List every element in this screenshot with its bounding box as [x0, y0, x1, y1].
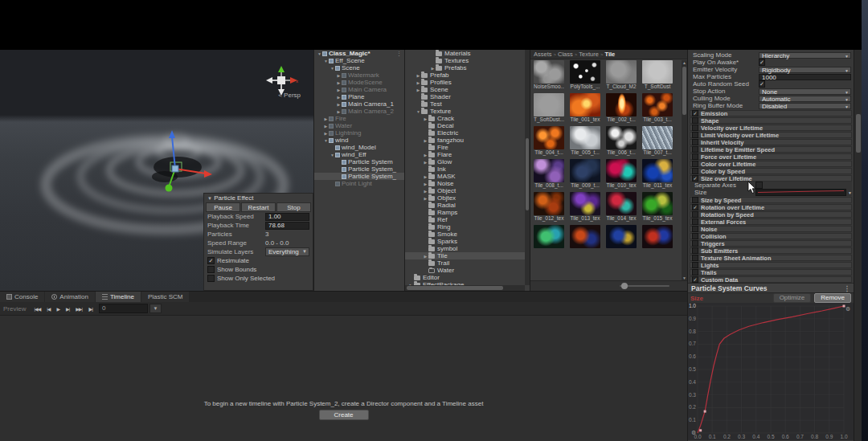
project-folder-materials[interactable]: Materials [405, 50, 530, 57]
project-folder-scene[interactable]: ▶Scene [405, 86, 530, 93]
asset-item[interactable]: Tile_001_tex [570, 93, 600, 123]
foldout-arrow-icon[interactable]: ▶ [416, 80, 421, 85]
asset-item[interactable] [642, 225, 673, 255]
asset-thumbnail[interactable] [642, 93, 673, 116]
project-horizontal-scrollbar[interactable] [405, 285, 525, 291]
hierarchy-item-modescene[interactable]: ▶ModeScene [314, 79, 404, 86]
foldout-arrow-icon[interactable]: ▶ [336, 102, 342, 107]
project-folder-ink[interactable]: Ink [405, 165, 530, 173]
foldout-arrow-icon[interactable]: ▶ [416, 88, 421, 92]
asset-item[interactable] [534, 225, 564, 255]
project-folder-fangzhou[interactable]: ▶fangzhou [405, 137, 530, 144]
create-button[interactable]: Create [318, 410, 368, 420]
module-collision[interactable]: Collision [690, 233, 852, 239]
asset-item[interactable]: T_SoftDust... [534, 93, 564, 123]
foldout-arrow-icon[interactable]: ▼ [330, 66, 335, 71]
project-folder-prefabs[interactable]: ▶Prefabs [405, 64, 530, 71]
tab-console[interactable]: Console [0, 292, 44, 302]
asset-item[interactable]: Tile_015_tex [642, 192, 673, 222]
skip-end-button[interactable]: ▶▶| [72, 304, 85, 313]
asset-thumbnail[interactable] [534, 192, 564, 215]
asset-thumbnail[interactable] [642, 60, 673, 84]
project-folder-test[interactable]: Test [405, 100, 530, 108]
hierarchy-item-watermark[interactable]: ▶Watermark [314, 71, 404, 79]
project-folder-electric[interactable]: Electric [405, 129, 530, 137]
hierarchy-item-particle-system-[interactable]: Particle System_ [314, 173, 404, 180]
module-checkbox[interactable] [692, 255, 698, 261]
thumbnail-zoom-knob[interactable] [621, 283, 628, 289]
asset-item[interactable]: Tile_004_t... [534, 126, 564, 156]
asset-item[interactable]: T_SoftDust [642, 60, 673, 90]
asset-item[interactable]: T_Cloud_M2 [606, 60, 637, 90]
property-dropdown[interactable]: Rigidbody▼ [759, 67, 851, 73]
item-menu-icon[interactable]: ⋮ [396, 51, 404, 57]
hierarchy-item-particle-system[interactable]: Particle System [314, 158, 404, 165]
hierarchy-item-wind-model[interactable]: wind_Model [314, 144, 404, 151]
module-checkbox[interactable] [692, 146, 698, 153]
hierarchy-item-fire[interactable]: ▶Fire [314, 115, 404, 122]
asset-thumbnail[interactable] [570, 93, 600, 116]
asset-item[interactable]: Tile_007_t... [642, 126, 673, 156]
asset-item[interactable]: Tile_006_t... [606, 126, 637, 156]
property-field[interactable]: 1000 [759, 74, 851, 80]
frame-field[interactable]: 0 [99, 304, 148, 313]
asset-thumbnail[interactable] [534, 60, 564, 84]
module-size-by-speed[interactable]: Size by Speed [690, 197, 852, 203]
asset-thumbnail[interactable] [642, 225, 673, 248]
module-checkbox[interactable] [692, 226, 698, 232]
project-folder-prefab[interactable]: ▶Prefab [405, 71, 530, 79]
foldout-arrow-icon[interactable]: ▶ [423, 182, 428, 186]
hierarchy-item-water[interactable]: ▶Water [314, 122, 404, 129]
hierarchy-item-class-magic-[interactable]: ▼Class_Magic*⋮ [314, 50, 404, 57]
breadcrumb-segment[interactable]: Class [558, 51, 573, 58]
simulate-layers-dropdown[interactable]: Everything▼ [265, 247, 309, 256]
project-folder-mask[interactable]: ▶MASK [405, 173, 530, 180]
asset-thumbnail[interactable] [534, 93, 564, 116]
module-checkbox[interactable] [692, 153, 698, 160]
project-folder-crack[interactable]: ▶Crack [405, 115, 530, 122]
thumbnail-zoom-slider[interactable] [620, 285, 669, 287]
module-checkbox[interactable] [692, 168, 698, 174]
foldout-arrow-icon[interactable]: ▶ [423, 116, 428, 121]
play-range-button[interactable]: [▶] [85, 304, 96, 313]
module-checkbox[interactable] [692, 117, 698, 124]
asset-thumbnail[interactable] [606, 159, 637, 182]
module-checkbox[interactable] [692, 240, 698, 247]
project-folder-ramps[interactable]: Ramps [405, 209, 530, 216]
module-checkbox[interactable] [692, 218, 698, 225]
project-folder-symbol[interactable]: symbol [405, 245, 530, 252]
curve-editor[interactable]: 1.00.90.80.70.60.50.40.30.20.10.00.10.20… [688, 303, 854, 440]
module-checkbox[interactable] [692, 262, 698, 268]
asset-thumbnail[interactable] [606, 225, 637, 248]
persp-label[interactable]: < Persp [278, 92, 301, 99]
module-rotation-by-speed[interactable]: Rotation by Speed [690, 211, 852, 218]
hierarchy-item-main-camera-1[interactable]: ▶Main Camera_1 [314, 100, 404, 108]
foldout-arrow-icon[interactable]: ▶ [423, 138, 428, 143]
foldout-arrow-icon[interactable]: ▶ [336, 80, 342, 85]
checkbox[interactable]: ✓ [759, 80, 765, 88]
asset-item[interactable]: Tile_011_tex [642, 159, 673, 189]
foldout-arrow-icon[interactable]: ▶ [423, 196, 428, 201]
foldout-arrow-icon[interactable]: ▼ [416, 109, 421, 114]
foldout-arrow-icon[interactable]: ▶ [336, 88, 342, 92]
asset-item[interactable]: Tile_003_t... [642, 93, 673, 123]
toggle-row[interactable]: Show Bounds [204, 265, 313, 274]
project-folder-noise[interactable]: ▶Noise [405, 180, 530, 187]
foldout-arrow-icon[interactable]: ▶ [430, 66, 436, 71]
module-checkbox[interactable]: ✓ [692, 175, 698, 182]
preview-toggle[interactable]: Preview [3, 305, 26, 312]
property-dropdown[interactable]: None▼ [759, 88, 851, 95]
optimize-button[interactable]: Optimize [773, 293, 812, 303]
restart-button[interactable]: Restart [241, 202, 276, 212]
module-texture-sheet-animation[interactable]: Texture Sheet Animation [690, 255, 852, 261]
asset-thumbnail[interactable] [642, 126, 673, 149]
project-folder-object[interactable]: ▶Object [405, 187, 530, 194]
hierarchy-item-scene[interactable]: ▼Scene [314, 64, 404, 71]
foldout-arrow-icon[interactable]: ▶ [423, 189, 428, 194]
foldout-arrow-icon[interactable]: ▼ [323, 59, 329, 63]
project-folder-texture[interactable]: ▼Texture [405, 108, 530, 115]
module-velocity-over-lifetime[interactable]: Velocity over Lifetime [690, 125, 852, 131]
hierarchy-item-main-camera-2[interactable]: ▶Main Camera_2 [314, 108, 404, 115]
asset-item[interactable]: Tile_008_t... [534, 159, 564, 189]
project-folder-fire[interactable]: Fire [405, 144, 530, 151]
